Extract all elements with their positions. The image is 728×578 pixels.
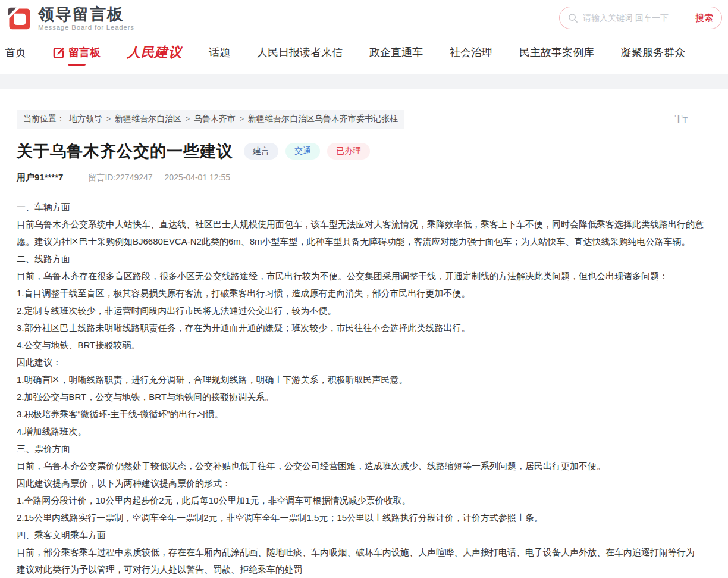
nav-item-topics[interactable]: 话题 [209, 45, 230, 60]
search-input[interactable] [583, 13, 695, 23]
nav-item-label: 人民日报读者来信 [257, 45, 343, 60]
post-datetime: 2025-04-01 12:55 [165, 173, 231, 182]
breadcrumb-separator: > [106, 115, 111, 123]
breadcrumb-item-local-leaders[interactable]: 地方领导 [69, 114, 102, 124]
body-paragraph: 因此建议提高票价，以下为两种建议提高票价的形式： [17, 474, 711, 492]
nav-item-label: 凝聚服务群众 [621, 45, 685, 60]
body-paragraph: 三、票价方面 [17, 440, 711, 457]
search-box: 搜索 [559, 7, 722, 29]
breadcrumb-prefix: 当前位置： [23, 114, 65, 124]
tag-status-handled: 已办理 [327, 143, 370, 160]
body-paragraph: 1.全路网分段计价，10公里内起步价2元，此后每10公里加1元，非空调车可根据情… [17, 492, 711, 509]
body-paragraph: 二、线路方面 [17, 250, 711, 267]
message-id: 留言ID:22749247 [88, 173, 152, 183]
breadcrumb-item-xinjiang[interactable]: 新疆维吾尔自治区 [115, 114, 181, 124]
page-header: 领导留言板 Message Board for Leaders 搜索 [0, 0, 728, 37]
active-tab-underline [68, 64, 86, 66]
breadcrumb-separator: > [240, 115, 244, 123]
nav-item-label: 留言板 [68, 45, 101, 60]
title-row: 关于乌鲁木齐公交的一些建议 建言 交通 已办理 [17, 140, 711, 162]
tag-suggestion: 建言 [244, 143, 278, 160]
content-area: 当前位置： 地方领导 > 新疆维吾尔自治区 > 乌鲁木齐市 > 新疆维吾尔自治区… [0, 110, 728, 578]
body-paragraph: 1.盲目调整干线至盲区，极其容易损失原有客流，打破乘客出行习惯，造成原有走向消失… [17, 285, 711, 302]
pencil-square-icon [53, 46, 65, 59]
body-paragraph: 4.增加线路班次。 [17, 423, 711, 440]
body-paragraph: 3.部分社区巴士线路未明晰线路职责任务，存在为开通而开通的嫌疑；班次较少，市民往… [17, 319, 711, 336]
body-paragraph: 一、车辆方面 [17, 198, 711, 215]
nav-item-democracy-cases[interactable]: 民主故事案例库 [519, 45, 594, 60]
font-size-small-icon: T [682, 116, 688, 126]
divider-band [0, 74, 728, 89]
body-paragraph: 目前，乌鲁木齐存在很多盲区路段，很多小区无公交线路途经，市民出行较为不便。公交集… [17, 267, 711, 285]
message-board-logo-icon [6, 5, 32, 32]
site-logo-text: 领导留言板 Message Board for Leaders [38, 6, 134, 32]
font-size-toggle[interactable]: T T [675, 112, 688, 127]
breadcrumb-item-urumqi[interactable]: 乌鲁木齐市 [194, 114, 236, 124]
site-title: 领导留言板 [38, 6, 134, 24]
main-nav: 首页 留言板 人民建议 话题 人民日报读者来信 政企直通车 社会治理 民主故事案… [0, 37, 728, 68]
font-size-large-icon: T [675, 112, 683, 127]
nav-item-label: 社会治理 [450, 45, 492, 60]
breadcrumb: 当前位置： 地方领导 > 新疆维吾尔自治区 > 乌鲁木齐市 > 新疆维吾尔自治区… [17, 110, 404, 129]
body-paragraph: 1.明确盲区，明晰线路职责，进行充分调研，合理规划线路，明确上下游关系，积极听取… [17, 371, 711, 388]
body-paragraph: 4.公交与地铁、BRT接驳较弱。 [17, 336, 711, 354]
search-icon [568, 13, 578, 23]
body-paragraph: 2.加强公交与BRT，公交与地铁，BRT与地铁间的接驳协调关系。 [17, 388, 711, 405]
nav-item-people-suggestion[interactable]: 人民建议 [127, 43, 182, 61]
tag-transport: 交通 [285, 143, 320, 160]
nav-item-label: 政企直通车 [369, 45, 423, 60]
nav-item-gov-enterprise[interactable]: 政企直通车 [369, 45, 423, 60]
nav-item-home[interactable]: 首页 [5, 45, 26, 60]
search-button[interactable]: 搜索 [695, 13, 713, 24]
nav-item-reader-letters[interactable]: 人民日报读者来信 [257, 45, 343, 60]
tag-list: 建言 交通 已办理 [244, 143, 370, 160]
body-paragraph: 目前乌鲁木齐公交系统中大站快车、直达线、社区巴士大规模使用面包车，该车型无法应对… [17, 215, 711, 250]
body-paragraph: 3.积极培养乘客“微循环-主干线-微循环”的出行习惯。 [17, 405, 711, 423]
body-paragraph: 四、乘客文明乘车方面 [17, 526, 711, 543]
nav-item-label: 首页 [5, 45, 26, 60]
nav-item-label: 话题 [209, 45, 230, 60]
people-suggestion-logo: 人民建议 [127, 43, 182, 61]
site-subtitle: Message Board for Leaders [38, 24, 134, 31]
body-paragraph: 建议对此类行为予以管理，可对行为人处以警告、罚款、拒绝乘车的处罚 [17, 561, 711, 578]
body-paragraph: 2.定制专线班次较少，非运营时间段内出行市民将无法通过公交出行，较为不便。 [17, 302, 711, 319]
body-paragraph: 因此建议： [17, 354, 711, 371]
breadcrumb-separator: > [186, 115, 190, 123]
nav-item-serve-masses[interactable]: 凝聚服务群众 [621, 45, 685, 60]
post-meta: 用户91****7 留言ID:22749247 2025-04-01 12:55 [17, 172, 711, 183]
body-paragraph: 目前，乌鲁木齐公交票价仍然处于较低状态，公交补贴也低于往年，公交公司经营困难，造… [17, 457, 711, 474]
author-name: 用户91****7 [17, 172, 63, 183]
breadcrumb-item-secretary[interactable]: 新疆维吾尔自治区乌鲁木齐市委书记张柱 [248, 114, 398, 124]
nav-item-message-board[interactable]: 留言板 [53, 45, 101, 60]
body-paragraph: 目前，部分乘客乘车过程中素质较低，存在在车厢内乱涂乱画、随地吐痰、车内吸烟、破坏… [17, 543, 711, 561]
breadcrumb-row: 当前位置： 地方领导 > 新疆维吾尔自治区 > 乌鲁木齐市 > 新疆维吾尔自治区… [17, 110, 711, 129]
nav-item-social-governance[interactable]: 社会治理 [450, 45, 492, 60]
post-body: 一、车辆方面 目前乌鲁木齐公交系统中大站快车、直达线、社区巴士大规模使用面包车，… [17, 192, 711, 578]
nav-item-label: 民主故事案例库 [519, 45, 594, 60]
page-title: 关于乌鲁木齐公交的一些建议 [17, 140, 233, 162]
body-paragraph: 2.15公里内线路实行一票制，空调车全年一票制2元，非空调车全年一票制1.5元；… [17, 509, 711, 526]
